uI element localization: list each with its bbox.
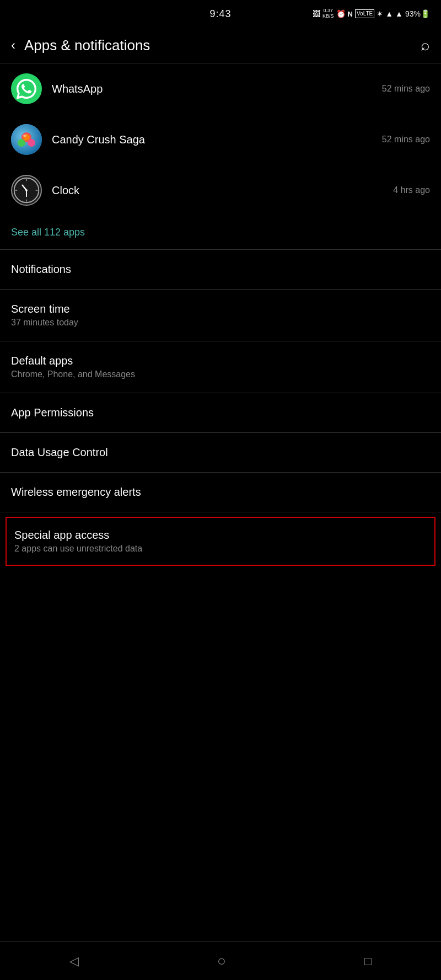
clock-logo	[12, 176, 41, 205]
whatsapp-info: WhatsApp	[52, 83, 372, 95]
special-app-access-item[interactable]: Special app access 2 apps can use unrest…	[6, 517, 435, 566]
candy-crush-icon	[11, 124, 42, 155]
speed-indicator: 0.37 KB/S	[322, 8, 334, 19]
whatsapp-icon	[11, 73, 42, 104]
bluetooth-icon: ✶	[377, 9, 383, 18]
whatsapp-time: 52 mins ago	[382, 84, 430, 94]
app-permissions-item[interactable]: App Permissions	[0, 393, 441, 432]
svg-point-4	[28, 139, 35, 147]
emergency-alerts-item[interactable]: Wireless emergency alerts	[0, 473, 441, 512]
nfc-icon: N	[348, 10, 353, 18]
default-apps-subtitle: Chrome, Phone, and Messages	[11, 369, 430, 379]
svg-point-5	[23, 135, 26, 137]
search-button[interactable]: ⌕	[421, 36, 430, 54]
nav-back-button[interactable]: ◁	[69, 954, 79, 968]
app-item-clock[interactable]: Clock 4 hrs ago	[0, 165, 441, 216]
nav-home-button[interactable]: ○	[217, 952, 226, 970]
section-divider-7	[0, 512, 441, 512]
candy-crush-time: 52 mins ago	[382, 135, 430, 144]
notifications-title: Notifications	[11, 263, 430, 276]
special-app-access-title: Special app access	[14, 529, 427, 542]
special-app-access-subtitle: 2 apps can use unrestricted data	[14, 544, 427, 554]
bottom-nav: ◁ ○ □	[0, 941, 441, 980]
header: ‹ Apps & notifications ⌕	[0, 28, 441, 63]
page-title: Apps & notifications	[24, 37, 412, 54]
default-apps-item[interactable]: Default apps Chrome, Phone, and Messages	[0, 341, 441, 393]
screen-time-title: Screen time	[11, 303, 430, 315]
see-all-apps-link[interactable]: See all 112 apps	[0, 216, 441, 249]
signal-icon: ▲	[395, 9, 403, 18]
candy-crush-logo	[11, 124, 42, 155]
status-bar: 9:43 🖼 0.37 KB/S ⏰ N VoLTE ✶ ▲ ▲ 93% 🔋	[0, 0, 441, 28]
clock-name: Clock	[52, 184, 383, 197]
notifications-item[interactable]: Notifications	[0, 250, 441, 289]
volte-icon: VoLTE	[355, 9, 374, 18]
data-usage-item[interactable]: Data Usage Control	[0, 433, 441, 472]
clock-time: 4 hrs ago	[393, 185, 430, 195]
whatsapp-logo-icon	[17, 79, 36, 99]
wifi-icon: ▲	[385, 9, 393, 18]
screen-time-item[interactable]: Screen time 37 minutes today	[0, 290, 441, 341]
battery-icon: 🔋	[421, 9, 430, 18]
battery-indicator: 93% 🔋	[405, 9, 430, 18]
app-permissions-title: App Permissions	[11, 406, 430, 419]
whatsapp-name: WhatsApp	[52, 83, 372, 95]
candy-crush-info: Candy Crush Saga	[52, 133, 372, 146]
app-item-candy-crush[interactable]: Candy Crush Saga 52 mins ago	[0, 114, 441, 165]
candy-crush-name: Candy Crush Saga	[52, 133, 372, 146]
image-icon: 🖼	[313, 9, 320, 18]
app-item-whatsapp[interactable]: WhatsApp 52 mins ago	[0, 63, 441, 114]
main-content: WhatsApp 52 mins ago	[0, 63, 441, 614]
clock-icon	[11, 175, 42, 206]
svg-point-3	[18, 139, 25, 147]
data-usage-title: Data Usage Control	[11, 446, 430, 459]
back-button[interactable]: ‹	[11, 38, 15, 53]
status-icons: 🖼 0.37 KB/S ⏰ N VoLTE ✶ ▲ ▲ 93% 🔋	[313, 8, 430, 19]
clock-info: Clock	[52, 184, 383, 197]
nav-recents-button[interactable]: □	[364, 954, 372, 968]
emergency-alerts-title: Wireless emergency alerts	[11, 486, 430, 499]
alarm-icon: ⏰	[336, 9, 346, 18]
status-time: 9:43	[209, 8, 231, 20]
screen-time-subtitle: 37 minutes today	[11, 318, 430, 328]
default-apps-title: Default apps	[11, 355, 430, 367]
